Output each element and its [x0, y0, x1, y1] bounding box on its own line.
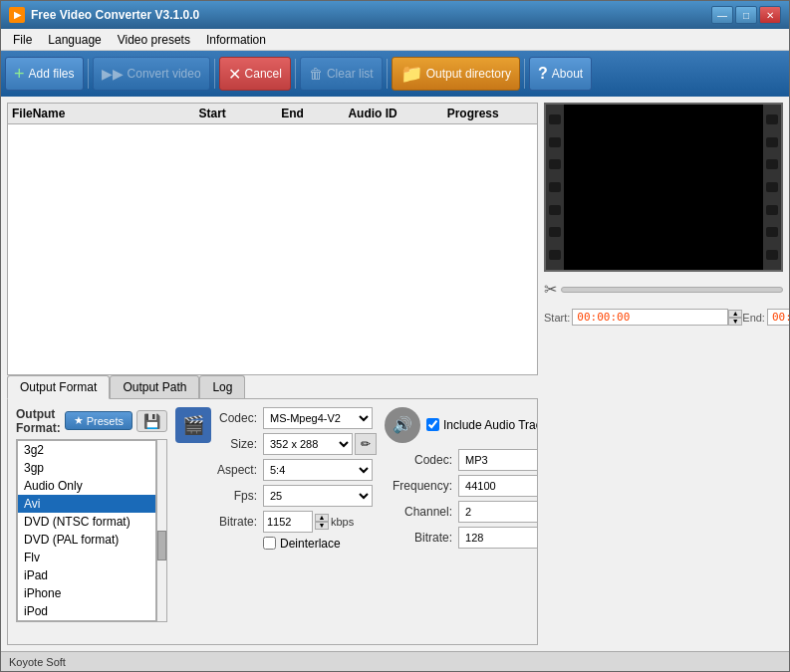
clear-list-button[interactable]: 🗑 Clear list — [300, 57, 383, 91]
menu-language[interactable]: Language — [40, 31, 109, 49]
about-label: About — [552, 67, 583, 81]
toolbar-sep-1 — [88, 59, 89, 89]
scissors-icon: ✂ — [544, 280, 557, 299]
end-time-input[interactable] — [767, 309, 789, 326]
format-item-ipod[interactable]: iPod — [18, 602, 155, 620]
col-header-end: End — [252, 107, 332, 120]
tab-log[interactable]: Log — [199, 375, 245, 399]
video-preview — [544, 103, 783, 272]
format-item-dvd-pal[interactable]: DVD (PAL format) — [18, 531, 155, 549]
left-panel: FileName Start End Audio ID Progress Out… — [7, 103, 538, 645]
film-hole-r5 — [766, 205, 778, 215]
status-text: Koyote Soft — [9, 656, 66, 668]
menu-file[interactable]: File — [5, 31, 40, 49]
size-edit-button[interactable]: ✏ — [355, 433, 377, 455]
output-directory-label: Output directory — [426, 67, 511, 81]
start-time-up[interactable]: ▲ — [728, 310, 742, 318]
save-format-button[interactable]: 💾 — [136, 410, 167, 432]
app-icon: ▶ — [9, 7, 25, 23]
status-bar: Koyote Soft — [1, 651, 789, 671]
bitrate-up-button[interactable]: ▲ — [315, 514, 329, 522]
format-list-section: Output Format: ★ Presets 💾 3g2 — [16, 407, 167, 622]
end-label: End: — [742, 312, 765, 324]
format-item-avi[interactable]: Avi — [18, 495, 155, 513]
tabs: Output Format Output Path Log — [7, 375, 538, 399]
audio-frequency-select[interactable]: 44100 — [458, 475, 538, 497]
include-audio-checkbox[interactable] — [426, 418, 439, 431]
col-header-audioid: Audio ID — [333, 107, 412, 120]
maximize-button[interactable]: □ — [735, 6, 757, 24]
menu-information[interactable]: Information — [198, 31, 274, 49]
start-input-group: ▲ ▼ — [572, 309, 742, 326]
col-header-start: Start — [172, 107, 252, 120]
film-hole-3 — [549, 159, 561, 169]
start-time-input[interactable] — [572, 309, 728, 326]
tab-output-format[interactable]: Output Format — [7, 375, 110, 399]
audio-bitrate-select[interactable]: 128 — [458, 527, 538, 549]
audio-channel-select[interactable]: 2 — [458, 501, 538, 523]
format-item-iphone[interactable]: iPhone — [18, 584, 155, 602]
deinterlace-row: Deinterlace — [263, 537, 377, 551]
start-time-group: Start: ▲ ▼ — [544, 309, 742, 326]
format-listbox[interactable]: 3g2 3gp Audio Only Avi DVD (NTSC format)… — [17, 440, 156, 621]
menu-video-presets[interactable]: Video presets — [110, 31, 198, 49]
tab-output-path[interactable]: Output Path — [110, 375, 199, 399]
toolbar-sep-2 — [214, 59, 215, 89]
add-icon: + — [14, 64, 25, 85]
time-slider[interactable] — [561, 287, 783, 293]
end-time-group: End: ▲ ▼ — [742, 309, 789, 326]
film-hole-6 — [549, 227, 561, 237]
about-icon: ? — [538, 65, 548, 83]
include-audio-label: Include Audio Track — [443, 418, 538, 432]
aspect-select[interactable]: 5:4 — [263, 459, 373, 481]
bottom-panel: Output Format Output Path Log Output For… — [7, 375, 538, 646]
format-item-audio-only[interactable]: Audio Only — [18, 477, 155, 495]
size-row: 352 x 288 ✏ — [263, 433, 377, 455]
start-spinner: ▲ ▼ — [728, 310, 742, 326]
audio-section: 🔊 Include Audio Track Codec: — [385, 407, 538, 622]
toolbar-sep-5 — [524, 59, 525, 89]
size-select[interactable]: 352 x 288 — [263, 433, 353, 455]
add-files-button[interactable]: + Add files — [5, 57, 84, 91]
format-scrollbar[interactable] — [156, 440, 166, 621]
audio-header: 🔊 Include Audio Track — [385, 407, 538, 443]
about-button[interactable]: ? About — [529, 57, 592, 91]
window-controls: — □ ✕ — [711, 6, 781, 24]
toolbar: + Add files ▶▶ Convert video ✕ Cancel 🗑 … — [1, 51, 789, 97]
time-fields: Start: ▲ ▼ End: ▲ — [544, 307, 783, 328]
film-hole-4 — [549, 182, 561, 192]
presets-button[interactable]: ★ Presets — [65, 411, 132, 430]
bitrate-down-button[interactable]: ▼ — [315, 522, 329, 530]
format-item-3g2[interactable]: 3g2 — [18, 441, 155, 459]
end-input-group: ▲ ▼ — [767, 309, 789, 326]
deinterlace-checkbox[interactable] — [263, 537, 276, 550]
close-button[interactable]: ✕ — [759, 6, 781, 24]
start-time-down[interactable]: ▼ — [728, 318, 742, 326]
fps-row: 25 — [263, 485, 377, 507]
audio-bitrate-label: Bitrate: — [393, 531, 452, 545]
star-icon: ★ — [74, 414, 84, 427]
output-directory-button[interactable]: 📁 Output directory — [392, 57, 520, 91]
minimize-button[interactable]: — — [711, 6, 733, 24]
video-content — [564, 105, 763, 270]
convert-icon: ▶▶ — [102, 66, 124, 82]
table-body[interactable] — [8, 124, 537, 374]
format-item-dvd-ntsc[interactable]: DVD (NTSC format) — [18, 513, 155, 531]
fps-select[interactable]: 25 — [263, 485, 373, 507]
tab-panel: Output Format: ★ Presets 💾 3g2 — [7, 398, 538, 646]
film-hole-r4 — [766, 182, 778, 192]
format-item-3gp[interactable]: 3gp — [18, 459, 155, 477]
cancel-button[interactable]: ✕ Cancel — [219, 57, 291, 91]
format-item-ipad[interactable]: iPad — [18, 566, 155, 584]
col-header-filename: FileName — [12, 107, 172, 120]
video-settings-inner: 🎬 Codec: MS-Mpeg4-V2 Size: — [175, 407, 377, 551]
film-hole-r7 — [766, 250, 778, 260]
deinterlace-label: Deinterlace — [280, 537, 341, 551]
bitrate-input[interactable] — [263, 511, 313, 533]
file-table: FileName Start End Audio ID Progress — [7, 103, 538, 375]
format-item-flv[interactable]: Flv — [18, 549, 155, 566]
clear-icon: 🗑 — [309, 66, 323, 82]
codec-select[interactable]: MS-Mpeg4-V2 — [263, 407, 373, 429]
convert-video-button[interactable]: ▶▶ Convert video — [93, 57, 210, 91]
audio-codec-select[interactable]: MP3 — [458, 449, 538, 471]
